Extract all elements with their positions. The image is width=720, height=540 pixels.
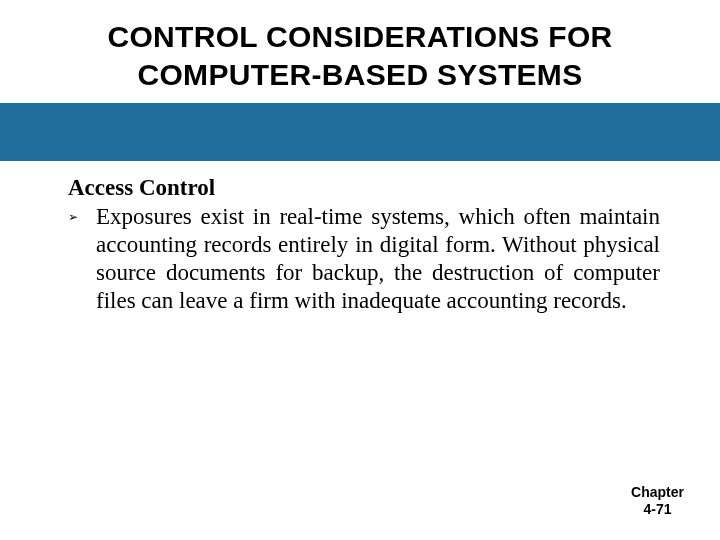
title-line-2: COMPUTER-BASED SYSTEMS xyxy=(138,58,583,91)
bullet-item: ➢ Exposures exist in real-time systems, … xyxy=(68,203,660,315)
footer-chapter-label: Chapter xyxy=(631,484,684,500)
slide-title: CONTROL CONSIDERATIONS FOR COMPUTER-BASE… xyxy=(0,0,720,103)
bullet-text: Exposures exist in real-time systems, wh… xyxy=(96,203,660,315)
slide: CONTROL CONSIDERATIONS FOR COMPUTER-BASE… xyxy=(0,0,720,540)
decorative-bar xyxy=(0,103,720,161)
content-area: Access Control ➢ Exposures exist in real… xyxy=(0,161,720,315)
slide-footer: Chapter 4-71 xyxy=(631,484,684,518)
footer-page-number: 4-71 xyxy=(644,501,672,517)
section-heading: Access Control xyxy=(68,175,660,201)
bullet-marker-icon: ➢ xyxy=(68,203,96,224)
title-line-1: CONTROL CONSIDERATIONS FOR xyxy=(107,20,612,53)
